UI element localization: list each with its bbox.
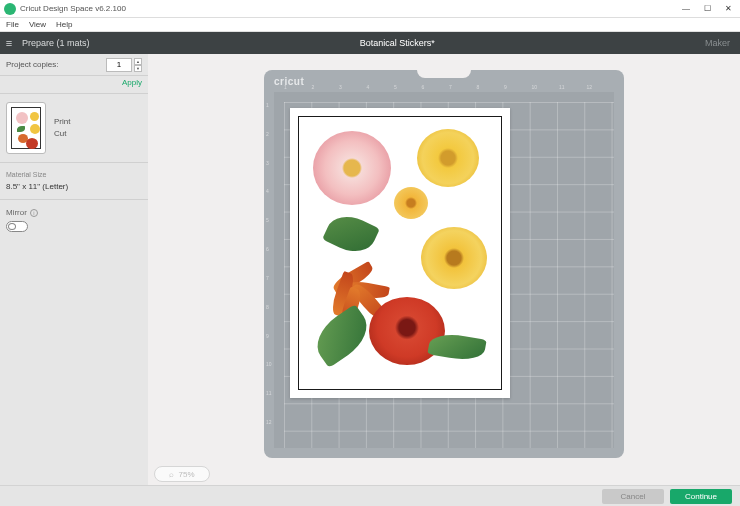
maximize-button[interactable]: ☐ xyxy=(704,5,711,13)
flower-yellow-small xyxy=(394,187,428,219)
mat-thumbnail-row: Print Cut xyxy=(0,94,148,163)
toggle-knob xyxy=(8,223,16,230)
operation-label: Print Cut xyxy=(54,116,70,140)
zoom-control[interactable]: ⌕ 75% xyxy=(154,466,210,482)
operation-cut: Cut xyxy=(54,128,70,140)
sidebar: Project copies: ▲ ▼ Apply Print xyxy=(0,54,148,486)
apply-button[interactable]: Apply xyxy=(0,76,148,94)
mirror-toggle[interactable] xyxy=(6,221,28,232)
mirror-label: Mirror xyxy=(6,208,27,217)
magnifier-icon: ⌕ xyxy=(169,470,174,479)
menu-view[interactable]: View xyxy=(29,20,46,29)
copies-spinner: ▲ ▼ xyxy=(134,58,142,72)
operation-print: Print xyxy=(54,116,70,128)
material-size-value[interactable]: 8.5" x 11" (Letter) xyxy=(6,182,142,191)
cancel-button[interactable]: Cancel xyxy=(602,489,664,504)
zoom-value: 75% xyxy=(178,470,194,479)
spinner-down-icon[interactable]: ▼ xyxy=(134,65,142,72)
spinner-up-icon[interactable]: ▲ xyxy=(134,58,142,65)
project-name: Botanical Stickers* xyxy=(90,38,705,48)
cutting-mat: cricut 123456789101112 123456789101112 xyxy=(264,70,624,458)
hamburger-icon[interactable]: ≡ xyxy=(0,37,18,49)
flower-pink xyxy=(313,131,391,205)
mat-grid[interactable]: 123456789101112 123456789101112 xyxy=(274,92,614,448)
material-size-label: Material Size xyxy=(6,171,142,178)
ruler-vertical: 123456789101112 xyxy=(266,102,274,448)
canvas-area: cricut 123456789101112 123456789101112 xyxy=(148,54,740,486)
window-title: Cricut Design Space v6.2.100 xyxy=(20,4,682,13)
mirror-section: Mirror i xyxy=(0,200,148,240)
ruler-horizontal: 123456789101112 xyxy=(284,84,614,92)
flower-yellow-daisy xyxy=(421,227,487,289)
material-size: Material Size 8.5" x 11" (Letter) xyxy=(0,163,148,200)
info-icon[interactable]: i xyxy=(30,209,38,217)
menu-help[interactable]: Help xyxy=(56,20,72,29)
mat-thumbnail[interactable] xyxy=(6,102,46,154)
menubar: File View Help xyxy=(0,18,740,32)
continue-button[interactable]: Continue xyxy=(670,489,732,504)
copies-row: Project copies: ▲ ▼ xyxy=(0,54,148,76)
copies-label: Project copies: xyxy=(6,60,106,69)
copies-input[interactable] xyxy=(106,58,132,72)
main-area: Project copies: ▲ ▼ Apply Print xyxy=(0,54,740,486)
menu-file[interactable]: File xyxy=(6,20,19,29)
cut-frame xyxy=(298,116,502,390)
flower-yellow-large xyxy=(417,129,479,187)
prepare-header: ≡ Prepare (1 mats) Botanical Stickers* M… xyxy=(0,32,740,54)
app-logo-icon xyxy=(4,3,16,15)
titlebar: Cricut Design Space v6.2.100 — ☐ ✕ xyxy=(0,0,740,18)
window-controls: — ☐ ✕ xyxy=(682,5,736,13)
minimize-button[interactable]: — xyxy=(682,5,690,13)
machine-label[interactable]: Maker xyxy=(705,38,740,48)
prepare-title: Prepare (1 mats) xyxy=(18,38,90,48)
mat-hanger xyxy=(417,70,471,78)
close-button[interactable]: ✕ xyxy=(725,5,732,13)
print-page[interactable] xyxy=(290,108,510,398)
footer: Cancel Continue xyxy=(0,485,740,506)
leaf-top xyxy=(322,208,380,259)
